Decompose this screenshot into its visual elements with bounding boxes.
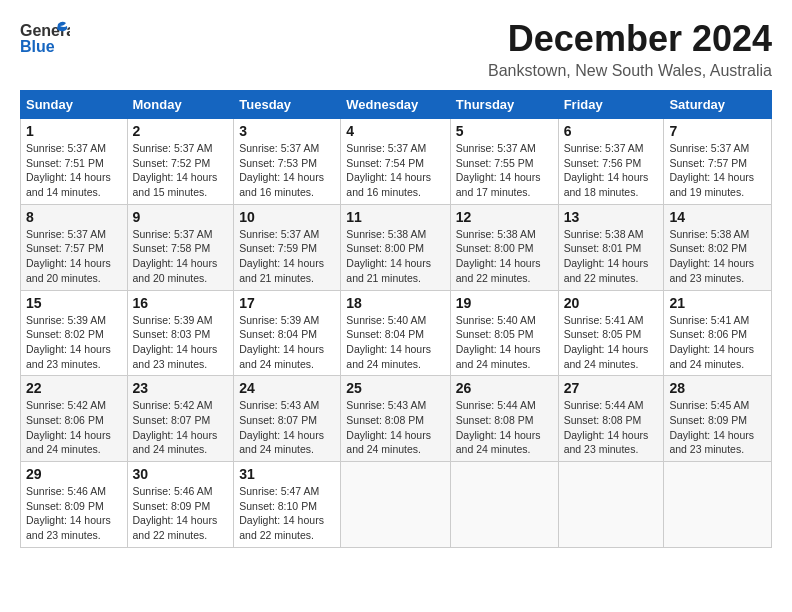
- table-row: 21Sunrise: 5:41 AM Sunset: 8:06 PM Dayli…: [664, 290, 772, 376]
- day-number: 23: [133, 380, 229, 396]
- day-info: Sunrise: 5:42 AM Sunset: 8:07 PM Dayligh…: [133, 398, 229, 457]
- day-info: Sunrise: 5:45 AM Sunset: 8:09 PM Dayligh…: [669, 398, 766, 457]
- day-number: 20: [564, 295, 659, 311]
- table-row: 17Sunrise: 5:39 AM Sunset: 8:04 PM Dayli…: [234, 290, 341, 376]
- header-sunday: Sunday: [21, 91, 128, 119]
- day-info: Sunrise: 5:40 AM Sunset: 8:04 PM Dayligh…: [346, 313, 444, 372]
- table-row: 9Sunrise: 5:37 AM Sunset: 7:58 PM Daylig…: [127, 204, 234, 290]
- day-number: 15: [26, 295, 122, 311]
- table-row: 15Sunrise: 5:39 AM Sunset: 8:02 PM Dayli…: [21, 290, 128, 376]
- header-monday: Monday: [127, 91, 234, 119]
- main-title: December 2024: [488, 18, 772, 60]
- table-row: 31Sunrise: 5:47 AM Sunset: 8:10 PM Dayli…: [234, 462, 341, 548]
- calendar-week-row: 22Sunrise: 5:42 AM Sunset: 8:06 PM Dayli…: [21, 376, 772, 462]
- table-row: 2Sunrise: 5:37 AM Sunset: 7:52 PM Daylig…: [127, 119, 234, 205]
- day-number: 13: [564, 209, 659, 225]
- day-info: Sunrise: 5:44 AM Sunset: 8:08 PM Dayligh…: [564, 398, 659, 457]
- day-number: 16: [133, 295, 229, 311]
- calendar-week-row: 29Sunrise: 5:46 AM Sunset: 8:09 PM Dayli…: [21, 462, 772, 548]
- table-row: 18Sunrise: 5:40 AM Sunset: 8:04 PM Dayli…: [341, 290, 450, 376]
- day-number: 14: [669, 209, 766, 225]
- table-row: 5Sunrise: 5:37 AM Sunset: 7:55 PM Daylig…: [450, 119, 558, 205]
- table-row: 29Sunrise: 5:46 AM Sunset: 8:09 PM Dayli…: [21, 462, 128, 548]
- svg-text:Blue: Blue: [20, 38, 55, 55]
- day-number: 25: [346, 380, 444, 396]
- day-info: Sunrise: 5:38 AM Sunset: 8:02 PM Dayligh…: [669, 227, 766, 286]
- table-row: 13Sunrise: 5:38 AM Sunset: 8:01 PM Dayli…: [558, 204, 664, 290]
- day-number: 10: [239, 209, 335, 225]
- day-number: 9: [133, 209, 229, 225]
- day-info: Sunrise: 5:37 AM Sunset: 7:57 PM Dayligh…: [669, 141, 766, 200]
- table-row: 23Sunrise: 5:42 AM Sunset: 8:07 PM Dayli…: [127, 376, 234, 462]
- calendar-header-row: Sunday Monday Tuesday Wednesday Thursday…: [21, 91, 772, 119]
- day-number: 7: [669, 123, 766, 139]
- table-row: 26Sunrise: 5:44 AM Sunset: 8:08 PM Dayli…: [450, 376, 558, 462]
- day-info: Sunrise: 5:41 AM Sunset: 8:05 PM Dayligh…: [564, 313, 659, 372]
- table-row: 7Sunrise: 5:37 AM Sunset: 7:57 PM Daylig…: [664, 119, 772, 205]
- day-number: 3: [239, 123, 335, 139]
- day-info: Sunrise: 5:40 AM Sunset: 8:05 PM Dayligh…: [456, 313, 553, 372]
- table-row: 19Sunrise: 5:40 AM Sunset: 8:05 PM Dayli…: [450, 290, 558, 376]
- table-row: [664, 462, 772, 548]
- day-info: Sunrise: 5:42 AM Sunset: 8:06 PM Dayligh…: [26, 398, 122, 457]
- day-info: Sunrise: 5:39 AM Sunset: 8:03 PM Dayligh…: [133, 313, 229, 372]
- subtitle: Bankstown, New South Wales, Australia: [488, 62, 772, 80]
- calendar-week-row: 1Sunrise: 5:37 AM Sunset: 7:51 PM Daylig…: [21, 119, 772, 205]
- table-row: 27Sunrise: 5:44 AM Sunset: 8:08 PM Dayli…: [558, 376, 664, 462]
- header-thursday: Thursday: [450, 91, 558, 119]
- day-info: Sunrise: 5:46 AM Sunset: 8:09 PM Dayligh…: [26, 484, 122, 543]
- title-area: December 2024 Bankstown, New South Wales…: [488, 18, 772, 80]
- day-number: 22: [26, 380, 122, 396]
- day-info: Sunrise: 5:37 AM Sunset: 7:58 PM Dayligh…: [133, 227, 229, 286]
- table-row: 11Sunrise: 5:38 AM Sunset: 8:00 PM Dayli…: [341, 204, 450, 290]
- page: General Blue December 2024 Bankstown, Ne…: [0, 0, 792, 558]
- table-row: 30Sunrise: 5:46 AM Sunset: 8:09 PM Dayli…: [127, 462, 234, 548]
- day-info: Sunrise: 5:38 AM Sunset: 8:00 PM Dayligh…: [456, 227, 553, 286]
- day-number: 19: [456, 295, 553, 311]
- header-tuesday: Tuesday: [234, 91, 341, 119]
- table-row: 3Sunrise: 5:37 AM Sunset: 7:53 PM Daylig…: [234, 119, 341, 205]
- day-info: Sunrise: 5:38 AM Sunset: 8:00 PM Dayligh…: [346, 227, 444, 286]
- header-saturday: Saturday: [664, 91, 772, 119]
- day-info: Sunrise: 5:43 AM Sunset: 8:07 PM Dayligh…: [239, 398, 335, 457]
- day-number: 5: [456, 123, 553, 139]
- day-number: 31: [239, 466, 335, 482]
- day-info: Sunrise: 5:37 AM Sunset: 7:51 PM Dayligh…: [26, 141, 122, 200]
- calendar-week-row: 8Sunrise: 5:37 AM Sunset: 7:57 PM Daylig…: [21, 204, 772, 290]
- day-number: 29: [26, 466, 122, 482]
- table-row: [558, 462, 664, 548]
- day-number: 6: [564, 123, 659, 139]
- header-friday: Friday: [558, 91, 664, 119]
- day-number: 8: [26, 209, 122, 225]
- day-info: Sunrise: 5:37 AM Sunset: 7:59 PM Dayligh…: [239, 227, 335, 286]
- table-row: [341, 462, 450, 548]
- day-info: Sunrise: 5:46 AM Sunset: 8:09 PM Dayligh…: [133, 484, 229, 543]
- day-number: 26: [456, 380, 553, 396]
- day-info: Sunrise: 5:41 AM Sunset: 8:06 PM Dayligh…: [669, 313, 766, 372]
- logo: General Blue: [20, 18, 70, 58]
- day-info: Sunrise: 5:44 AM Sunset: 8:08 PM Dayligh…: [456, 398, 553, 457]
- day-number: 12: [456, 209, 553, 225]
- day-info: Sunrise: 5:43 AM Sunset: 8:08 PM Dayligh…: [346, 398, 444, 457]
- header-wednesday: Wednesday: [341, 91, 450, 119]
- day-info: Sunrise: 5:37 AM Sunset: 7:56 PM Dayligh…: [564, 141, 659, 200]
- day-info: Sunrise: 5:37 AM Sunset: 7:52 PM Dayligh…: [133, 141, 229, 200]
- calendar-week-row: 15Sunrise: 5:39 AM Sunset: 8:02 PM Dayli…: [21, 290, 772, 376]
- day-info: Sunrise: 5:37 AM Sunset: 7:53 PM Dayligh…: [239, 141, 335, 200]
- day-info: Sunrise: 5:39 AM Sunset: 8:02 PM Dayligh…: [26, 313, 122, 372]
- day-number: 27: [564, 380, 659, 396]
- day-number: 1: [26, 123, 122, 139]
- table-row: 4Sunrise: 5:37 AM Sunset: 7:54 PM Daylig…: [341, 119, 450, 205]
- day-number: 24: [239, 380, 335, 396]
- table-row: 12Sunrise: 5:38 AM Sunset: 8:00 PM Dayli…: [450, 204, 558, 290]
- table-row: 24Sunrise: 5:43 AM Sunset: 8:07 PM Dayli…: [234, 376, 341, 462]
- table-row: 6Sunrise: 5:37 AM Sunset: 7:56 PM Daylig…: [558, 119, 664, 205]
- day-number: 2: [133, 123, 229, 139]
- day-info: Sunrise: 5:37 AM Sunset: 7:54 PM Dayligh…: [346, 141, 444, 200]
- day-info: Sunrise: 5:39 AM Sunset: 8:04 PM Dayligh…: [239, 313, 335, 372]
- day-info: Sunrise: 5:37 AM Sunset: 7:55 PM Dayligh…: [456, 141, 553, 200]
- day-number: 21: [669, 295, 766, 311]
- table-row: 8Sunrise: 5:37 AM Sunset: 7:57 PM Daylig…: [21, 204, 128, 290]
- table-row: 28Sunrise: 5:45 AM Sunset: 8:09 PM Dayli…: [664, 376, 772, 462]
- table-row: [450, 462, 558, 548]
